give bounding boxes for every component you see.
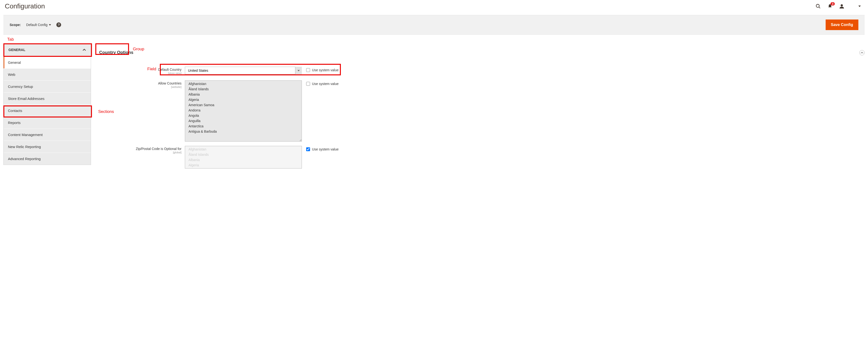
allow-countries-label: Allow Countries [158, 81, 182, 85]
allow-countries-scope: [website] [95, 86, 182, 88]
annotation-field-label: Field [147, 67, 156, 71]
list-item: Algeria [185, 162, 302, 168]
svg-point-0 [816, 4, 819, 7]
zip-optional-multiselect: AfghanistanÅland IslandsAlbaniaAlgeria [185, 146, 302, 169]
use-system-label: Use system value [312, 68, 338, 72]
field-zip-optional: Zip/Postal Code is Optional for [global]… [95, 146, 865, 169]
field-default-country: Field Default Country [store view] Use s… [95, 65, 865, 76]
default-country-label: Default Country [158, 68, 182, 71]
config-content: Group Country Options Field Default Coun… [95, 38, 865, 173]
sidebar-item-advanced-reporting[interactable]: Advanced Reporting [4, 153, 91, 165]
scope-selector[interactable]: Default Config [26, 23, 51, 27]
group-header[interactable]: Country Options [95, 47, 865, 59]
annotation-tab-label: Tab [7, 37, 14, 42]
zip-optional-label: Zip/Postal Code is Optional for [136, 147, 182, 151]
annotation-group-label: Group [133, 47, 144, 52]
header-actions: 3 [815, 4, 863, 9]
list-item[interactable]: Albania [185, 92, 302, 97]
allow-countries-use-system-checkbox[interactable] [306, 82, 310, 86]
list-item[interactable]: Antarctica [185, 123, 302, 129]
svg-point-2 [841, 4, 843, 6]
sidebar-item-content-management[interactable]: Content Management [4, 128, 91, 141]
config-sidebar: Tab GENERAL GeneralWebCurrency SetupStor… [3, 38, 91, 173]
notifications-icon[interactable]: 3 [828, 4, 832, 9]
collapse-group-icon[interactable] [859, 50, 865, 55]
page-header: Configuration 3 [0, 0, 868, 15]
chevron-up-icon [83, 48, 86, 52]
zip-optional-scope: [global] [95, 151, 182, 154]
list-item[interactable]: American Samoa [185, 102, 302, 108]
list-item: Albania [185, 157, 302, 162]
scope-bar: Scope: Default Config ? Save Config [3, 15, 865, 35]
sidebar-sections: GeneralWebCurrency SetupStore Email Addr… [3, 56, 91, 165]
notification-badge: 3 [831, 2, 835, 5]
sidebar-tab-label: GENERAL [8, 48, 26, 52]
list-item[interactable]: Antigua & Barbuda [185, 129, 302, 134]
default-country-use-system-checkbox[interactable] [306, 68, 310, 72]
scope-value: Default Config [26, 23, 48, 27]
account-dropdown-icon[interactable] [858, 5, 861, 7]
sidebar-item-store-email-addresses[interactable]: Store Email Addresses [4, 92, 91, 104]
scope-label: Scope: [10, 23, 21, 27]
list-item[interactable]: Anguilla [185, 118, 302, 123]
list-item[interactable]: Andorra [185, 108, 302, 113]
use-system-label: Use system value [312, 147, 338, 151]
svg-line-1 [819, 7, 820, 8]
save-config-button[interactable]: Save Config [826, 20, 858, 30]
search-icon[interactable] [815, 4, 821, 9]
list-item[interactable]: Afghanistan [185, 81, 302, 86]
sidebar-item-web[interactable]: Web [4, 68, 91, 81]
sidebar-tab-general[interactable]: GENERAL [3, 43, 91, 56]
help-icon[interactable]: ? [56, 22, 61, 27]
zip-optional-use-system-checkbox[interactable] [306, 147, 310, 151]
sidebar-item-general[interactable]: General [4, 56, 91, 68]
account-icon[interactable] [839, 4, 844, 9]
annotation-sections-label: Sections [98, 109, 114, 114]
list-item[interactable]: Angola [185, 113, 302, 118]
list-item: Afghanistan [185, 147, 302, 152]
sidebar-item-new-relic-reporting[interactable]: New Relic Reporting [4, 141, 91, 153]
default-country-scope: [store view] [95, 72, 182, 74]
default-country-select[interactable] [185, 67, 302, 74]
group-title: Country Options [99, 50, 133, 55]
sidebar-item-currency-setup[interactable]: Currency Setup [4, 81, 91, 92]
list-item: Åland Islands [185, 152, 302, 157]
sidebar-item-contacts[interactable]: Contacts [4, 104, 91, 117]
allow-countries-multiselect[interactable]: AfghanistanÅland IslandsAlbaniaAlgeriaAm… [185, 81, 302, 142]
sidebar-item-reports[interactable]: Reports [4, 117, 91, 128]
field-allow-countries: Allow Countries [website] AfghanistanÅla… [95, 81, 865, 142]
use-system-label: Use system value [312, 82, 338, 86]
page-title: Configuration [5, 2, 45, 10]
list-item[interactable]: Åland Islands [185, 86, 302, 92]
list-item[interactable]: Algeria [185, 97, 302, 102]
